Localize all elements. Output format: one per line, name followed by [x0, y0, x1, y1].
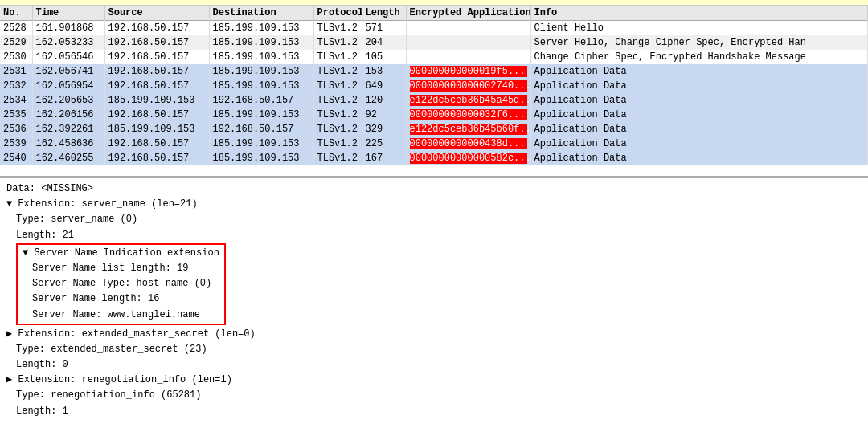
- table-row[interactable]: 2532162.056954192.168.50.157185.199.109.…: [0, 79, 868, 93]
- detail-line: ▼ Server Name Indication extension: [23, 246, 219, 261]
- detail-line: Length: 1: [6, 404, 862, 419]
- col-header-enc: Encrypted Application Data: [406, 6, 530, 21]
- col-header-source: Source: [104, 6, 209, 21]
- col-header-length: Length: [362, 6, 406, 21]
- table-row[interactable]: 2530162.056546192.168.50.157185.199.109.…: [0, 50, 868, 64]
- col-header-no: No.: [0, 6, 32, 21]
- table-row[interactable]: 2531162.056741192.168.50.157185.199.109.…: [0, 64, 868, 79]
- col-header-info: Info: [530, 6, 868, 21]
- detail-line: Type: server_name (0): [6, 212, 862, 227]
- detail-line: Server Name length: 16: [23, 291, 219, 307]
- detail-line: Server Name: www.tanglei.name: [23, 308, 219, 323]
- detail-line: Server Name Type: host_name (0): [23, 276, 219, 291]
- detail-line: ▶ Extension: extended_master_secret (len…: [6, 327, 862, 342]
- expand-arrow[interactable]: ▼: [23, 247, 34, 259]
- expand-arrow[interactable]: ▼: [6, 198, 18, 210]
- packet-table-container[interactable]: No. Time Source Destination Protocol Len…: [0, 6, 868, 178]
- table-row[interactable]: 2529162.053233192.168.50.157185.199.109.…: [0, 35, 868, 50]
- detail-line: Length: 21: [6, 228, 862, 243]
- table-row[interactable]: 2539162.458636192.168.50.157185.199.109.…: [0, 137, 868, 151]
- sni-extension-box: ▼ Server Name Indication extensionServer…: [16, 243, 226, 325]
- col-header-dest: Destination: [209, 6, 313, 21]
- detail-line: ▶ Extension: renegotiation_info (len=1): [6, 373, 862, 388]
- table-row[interactable]: 2534162.205653185.199.109.153192.168.50.…: [0, 93, 868, 108]
- detail-line: Length: 0: [6, 357, 862, 373]
- filter-bar: [0, 0, 868, 6]
- detail-line: Type: extended_master_secret (23): [6, 342, 862, 357]
- expand-arrow[interactable]: ▶: [6, 328, 18, 340]
- table-body: 2528161.901868192.168.50.157185.199.109.…: [0, 21, 868, 165]
- detail-line: Server Name list length: 19: [23, 261, 219, 276]
- packet-table: No. Time Source Destination Protocol Len…: [0, 6, 868, 165]
- table-header: No. Time Source Destination Protocol Len…: [0, 6, 868, 21]
- expand-arrow[interactable]: ▶: [6, 374, 18, 385]
- detail-line: ▼ Extension: server_name (len=21): [6, 197, 862, 212]
- table-row[interactable]: 2536162.392261185.199.109.153192.168.50.…: [0, 122, 868, 137]
- table-row[interactable]: 2540162.460255192.168.50.157185.199.109.…: [0, 151, 868, 165]
- detail-panel[interactable]: Data: <MISSING>▼ Extension: server_name …: [0, 178, 868, 419]
- col-header-time: Time: [32, 6, 104, 21]
- col-header-proto: Protocol: [313, 6, 362, 21]
- detail-line: Type: renegotiation_info (65281): [6, 388, 862, 403]
- table-row[interactable]: 2535162.206156192.168.50.157185.199.109.…: [0, 108, 868, 122]
- detail-line: Data: <MISSING>: [6, 181, 862, 197]
- table-row[interactable]: 2528161.901868192.168.50.157185.199.109.…: [0, 21, 868, 35]
